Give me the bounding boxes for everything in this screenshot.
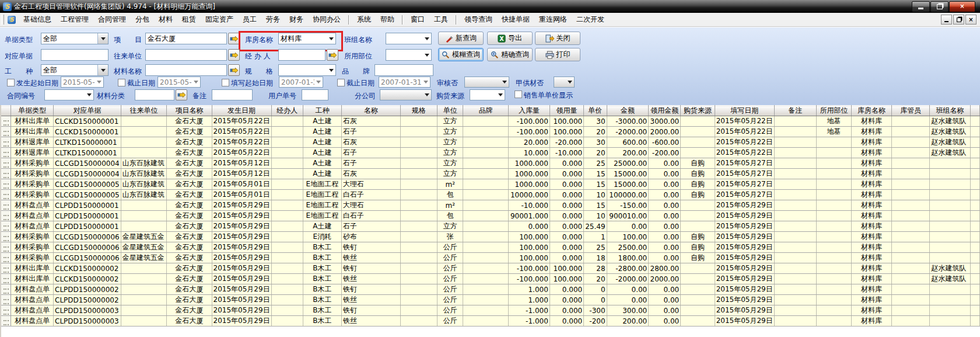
cell-used_part[interactable] [817,316,852,326]
row-selector-header[interactable] [1,106,11,116]
cell-unit_price[interactable]: 28 [584,263,607,274]
cell-handler[interactable] [271,116,303,127]
cell-name[interactable]: 铁丝 [341,295,400,305]
cell-occur_date[interactable]: 2015年05月29日 [212,200,271,211]
table-row[interactable]: 材料盘点单CLPDD150000001金石大厦2015年05月29日E地面工程白… [1,211,980,221]
cell-fill_date[interactable]: 2015年05月29日 [715,232,774,242]
cell-doc_type[interactable]: 材料采购单 [11,232,54,242]
cell-handler[interactable] [271,190,303,200]
cell-in_qty[interactable]: -100.000 [508,274,550,284]
cell-storekeeper[interactable] [891,127,929,137]
cell-warehouse[interactable]: 材料库 [852,169,892,179]
cell-requisition_qty[interactable]: 0.000 [550,169,583,179]
cell-doc_type[interactable]: 材料出库单 [11,116,54,127]
cell-in_qty[interactable]: -10.000 [508,200,550,211]
cell-amount[interactable]: -2800.00 [607,263,649,274]
cell-used_part[interactable]: 地基 [817,116,852,127]
remark-filter-input[interactable] [212,89,253,100]
cell-in_qty[interactable]: 20.000 [508,137,550,148]
cell-occur_date[interactable]: 2015年05月29日 [212,221,271,232]
cell-requisition_qty[interactable]: 0.000 [550,179,583,190]
cell-remark[interactable] [774,316,816,326]
cell-project[interactable]: 金石大厦 [167,253,212,263]
cell-unit_price[interactable]: 30 [584,137,607,148]
cell-brand[interactable] [463,169,508,179]
cell-doc_type[interactable]: 材料采购单 [11,158,54,169]
cell-purchase_source[interactable] [681,274,715,284]
row-selector[interactable] [1,274,11,284]
cell-project[interactable]: 金石大厦 [167,295,212,305]
cell-name[interactable]: 铁钉 [341,242,400,253]
row-selector[interactable] [1,221,11,232]
cell-fill_date[interactable]: 2015年05月29日 [715,253,774,263]
cell-remark[interactable] [774,232,816,242]
cell-handler[interactable] [271,200,303,211]
cell-brand[interactable] [463,200,508,211]
cell-warehouse[interactable]: 材料库 [852,274,892,284]
cell-requisition_amount[interactable]: 0.00 [649,179,681,190]
chevron-down-icon[interactable] [97,33,108,44]
cell-work_type[interactable]: B木工 [303,316,341,326]
cell-warehouse[interactable]: 材料库 [852,295,892,305]
table-row[interactable]: 材料采购单CLCGD150000005山东百脉建筑金石大厦2015年05月01日… [1,190,980,200]
cell-amount[interactable]: -2000.00 [607,127,649,137]
cell-used_part[interactable] [817,221,852,232]
cell-fill_date[interactable]: 2015年05月29日 [715,242,774,253]
cell-project[interactable]: 金石大厦 [167,137,212,148]
table-row[interactable]: 材料盘点单CLPDD150000002金石大厦2015年05月29日B木工铁钉公… [1,284,980,295]
cell-team[interactable] [930,295,970,305]
fill-end-date-checkbox[interactable] [337,79,345,86]
cell-used_part[interactable] [817,263,852,274]
cell-spec[interactable] [401,242,438,253]
cell-spec[interactable] [401,274,438,284]
cell-unit_price[interactable]: -300 [584,305,607,316]
mdi-minimize-button[interactable] [941,15,952,25]
cell-occur_date[interactable]: 2015年05月29日 [212,263,271,274]
cell-requisition_amount[interactable]: 0.00 [649,305,681,316]
cell-doc_type[interactable]: 材料出库单 [11,263,54,274]
cell-work_type[interactable]: A土建 [303,137,341,148]
menu-item[interactable]: 工程管理 [56,13,93,25]
cell-doc_no[interactable]: CLPDD150000001 [54,200,121,211]
cell-remark[interactable] [774,169,816,179]
table-row[interactable]: 材料盘点单CLPDD150000002金石大厦2015年05月29日B木工铁丝公… [1,295,980,305]
cell-counterparty[interactable]: 山东百脉建筑 [121,169,167,179]
cell-fill_date[interactable]: 2015年05月29日 [715,263,774,274]
mdi-close-button[interactable]: × [965,15,977,25]
cell-project[interactable]: 金石大厦 [167,305,212,316]
cell-purchase_source[interactable] [681,211,715,221]
cell-amount[interactable]: 100.00 [607,232,649,242]
cell-spec[interactable] [401,190,438,200]
cell-brand[interactable] [463,137,508,148]
cell-handler[interactable] [271,295,303,305]
cell-extra[interactable] [970,274,979,284]
cell-in_qty[interactable]: -100.000 [508,263,550,274]
cell-in_qty[interactable]: 1000.000 [508,179,550,190]
cell-storekeeper[interactable] [891,242,929,253]
menu-item[interactable]: 合同管理 [93,13,131,25]
cell-project[interactable]: 金石大厦 [167,211,212,221]
cell-unit_price[interactable]: 20 [584,127,607,137]
cell-work_type[interactable]: E地面工程 [303,200,341,211]
cell-spec[interactable] [401,253,438,263]
cell-warehouse[interactable]: 材料库 [852,263,892,274]
cell-requisition_amount[interactable]: 3000.00 [649,116,681,127]
chevron-down-icon[interactable] [423,93,431,96]
cell-fill_date[interactable]: 2015年05月29日 [715,305,774,316]
cell-work_type[interactable]: B木工 [303,274,341,284]
column-header-occur_date[interactable]: 发生日期 [212,106,271,116]
cell-occur_date[interactable]: 2015年05月12日 [212,158,271,169]
cell-spec[interactable] [401,305,438,316]
cell-occur_date[interactable]: 2015年05月22日 [212,127,271,137]
cell-requisition_amount[interactable]: 0.00 [649,242,681,253]
team-combo[interactable] [386,33,432,44]
table-row[interactable]: 材料退库单CLTKD150000001金石大厦2015年05月22日A土建石子立… [1,148,980,158]
cell-in_qty[interactable]: 1.000 [508,295,550,305]
menu-item[interactable]: 分包 [131,13,154,25]
cell-requisition_amount[interactable]: 0.00 [649,190,681,200]
cell-doc_type[interactable]: 材料退库单 [11,137,54,148]
cell-spec[interactable] [401,169,438,179]
cell-doc_type[interactable]: 材料采购单 [11,169,54,179]
material-name-input[interactable] [145,64,227,76]
table-row[interactable]: 材料退库单CLTKD150000001金石大厦2015年05月22日A土建石灰立… [1,137,980,148]
